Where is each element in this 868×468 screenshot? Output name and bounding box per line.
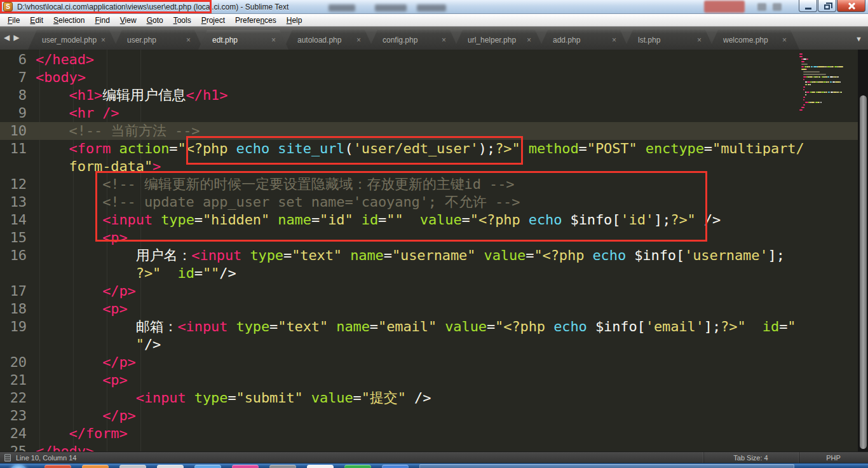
- code-line-text: <p>: [36, 229, 128, 247]
- menu-item-view[interactable]: View: [115, 15, 142, 26]
- code-line-text: <input type="hidden" name="id" id="" val…: [36, 211, 721, 229]
- tab-scroll-left-icon[interactable]: ◀: [4, 33, 10, 42]
- line-number: 12: [0, 176, 36, 193]
- code-row[interactable]: 9 <hr />: [0, 104, 868, 122]
- code-row[interactable]: 21 <p>: [0, 371, 868, 389]
- code-row[interactable]: 15 <p>: [0, 229, 868, 247]
- close-button[interactable]: [837, 0, 865, 12]
- code-row[interactable]: "/>: [0, 336, 868, 354]
- restore-button[interactable]: [818, 0, 836, 12]
- tab-size-indicator[interactable]: Tab Size: 4: [703, 452, 798, 463]
- tab-close-icon[interactable]: ×: [271, 36, 276, 45]
- taskbar-app-icon[interactable]: [382, 465, 409, 468]
- menu-item-tools[interactable]: Tools: [168, 15, 196, 26]
- code-row[interactable]: 16 用户名：<input type="text" name="username…: [0, 247, 868, 265]
- tab-close-icon[interactable]: ×: [101, 36, 105, 45]
- taskbar-app-icon[interactable]: [194, 465, 221, 468]
- code-line-text: "/>: [36, 336, 161, 354]
- taskbar-icons: [44, 465, 409, 468]
- taskbar-app-icon[interactable]: [232, 465, 259, 468]
- menu-item-edit[interactable]: Edit: [25, 15, 48, 26]
- tab-config.php[interactable]: config.php×: [369, 30, 459, 50]
- scrollbar-track[interactable]: [858, 50, 868, 451]
- blurred-overlay-text: [329, 4, 355, 11]
- menu-item-help[interactable]: Help: [281, 15, 308, 26]
- restore-icon: [824, 4, 830, 10]
- syntax-indicator[interactable]: PHP: [798, 452, 868, 463]
- tab-user_model.php[interactable]: user_model.php×: [28, 30, 118, 50]
- taskbar-app-icon[interactable]: [269, 465, 296, 468]
- code-row[interactable]: 13 <!-- update app_user set name='caoyan…: [0, 193, 868, 211]
- taskbar-app-icon[interactable]: [119, 465, 146, 468]
- taskbar-app-icon[interactable]: [44, 465, 71, 468]
- tab-autoload.php[interactable]: autoload.php×: [283, 30, 374, 50]
- code-row[interactable]: 18 <p>: [0, 300, 868, 318]
- tab-close-icon[interactable]: ×: [782, 36, 787, 45]
- code-row[interactable]: ?>" id=""/>: [0, 265, 868, 282]
- blurred-overlay-text: [417, 4, 446, 11]
- tab-close-icon[interactable]: ×: [356, 36, 361, 45]
- code-line-text: </p>: [36, 282, 136, 300]
- tab-label: welcome.php: [723, 36, 778, 45]
- tab-lst.php[interactable]: lst.php×: [624, 30, 714, 50]
- tab-close-icon[interactable]: ×: [186, 36, 191, 45]
- code-row[interactable]: 25</body>: [0, 443, 868, 451]
- tab-add.php[interactable]: add.php×: [539, 30, 629, 50]
- blurred-capture-button: [704, 1, 745, 13]
- menu-item-preferences[interactable]: Preferences: [230, 15, 281, 26]
- code-row[interactable]: 20 </p>: [0, 354, 868, 371]
- line-number: 24: [0, 425, 36, 443]
- tab-url_helper.php[interactable]: url_helper.php×: [454, 30, 544, 50]
- tab-close-icon[interactable]: ×: [612, 36, 616, 45]
- menu-item-selection[interactable]: Selection: [48, 15, 90, 26]
- code-row[interactable]: form-data">: [0, 158, 868, 176]
- taskbar-app-icon[interactable]: [157, 465, 184, 468]
- code-row[interactable]: 6</head>: [0, 51, 868, 69]
- tab-edt.php[interactable]: edt.php×: [198, 30, 288, 50]
- code-line-text: </p>: [36, 407, 136, 425]
- code-line-text: <input type="submit" value="提交" />: [36, 389, 431, 407]
- minimap[interactable]: [799, 53, 859, 149]
- line-number: 9: [0, 104, 36, 122]
- tab-user.php[interactable]: user.php×: [113, 30, 203, 50]
- taskbar-app-icon[interactable]: [82, 465, 109, 468]
- code-row[interactable]: 8 <h1>编辑用户信息</h1>: [0, 86, 868, 104]
- scrollbar-thumb[interactable]: [860, 95, 867, 449]
- tab-close-icon[interactable]: ×: [527, 36, 531, 45]
- line-number: 17: [0, 282, 36, 300]
- menu-item-goto[interactable]: Goto: [142, 15, 168, 26]
- taskbar-app-icon[interactable]: [307, 465, 334, 468]
- code-row[interactable]: 17 </p>: [0, 282, 868, 300]
- taskbar-active-app-button[interactable]: [419, 464, 794, 468]
- code-row[interactable]: 11 <form action="<?php echo site_url('us…: [0, 140, 868, 158]
- code-line-text: </head>: [36, 51, 94, 69]
- menu-item-file[interactable]: File: [3, 15, 25, 26]
- code-row[interactable]: 12 <!-- 编辑更新的时候一定要设置隐藏域：存放更新的主键id -->: [0, 176, 868, 193]
- line-number: 14: [0, 211, 36, 229]
- vintage-mode-icon[interactable]: [4, 454, 11, 462]
- code-row[interactable]: 7<body>: [0, 69, 868, 86]
- taskbar-app-icon[interactable]: [344, 465, 371, 468]
- tab-close-icon[interactable]: ×: [442, 36, 446, 45]
- code-row[interactable]: 10 <!-- 当前方法 -->: [0, 122, 868, 140]
- tab-label: config.php: [383, 36, 438, 45]
- editor-area[interactable]: 6</head>7<body>8 <h1>编辑用户信息</h1>9 <hr />…: [0, 50, 868, 451]
- code-row[interactable]: 23 </p>: [0, 407, 868, 425]
- menu-item-find[interactable]: Find: [90, 15, 114, 26]
- code-row[interactable]: 22 <input type="submit" value="提交" />: [0, 389, 868, 407]
- tab-scroll-right-icon[interactable]: ▶: [13, 33, 19, 42]
- title-bar[interactable]: S D:\vhost\local.ci.com\application\view…: [0, 0, 868, 14]
- menu-item-project[interactable]: Project: [196, 15, 230, 26]
- tab-close-icon[interactable]: ×: [697, 36, 702, 45]
- code-row[interactable]: 19 邮箱：<input type="text" name="email" va…: [0, 318, 868, 336]
- code-row[interactable]: 24 </form>: [0, 425, 868, 443]
- start-orb-icon[interactable]: [9, 464, 28, 468]
- code-row[interactable]: 14 <input type="hidden" name="id" id="" …: [0, 211, 868, 229]
- tab-bar: ◀▶ user_model.php×user.php×edt.php×autol…: [0, 27, 868, 50]
- line-number: 13: [0, 193, 36, 211]
- minimize-button[interactable]: [799, 0, 817, 12]
- tab-overflow-icon[interactable]: ▼: [855, 35, 862, 43]
- tab-strip: user_model.php×user.php×edt.php×autoload…: [28, 30, 794, 50]
- status-bar: Line 10, Column 14 Tab Size: 4 PHP: [0, 451, 868, 463]
- tab-welcome.php[interactable]: welcome.php×: [709, 30, 799, 50]
